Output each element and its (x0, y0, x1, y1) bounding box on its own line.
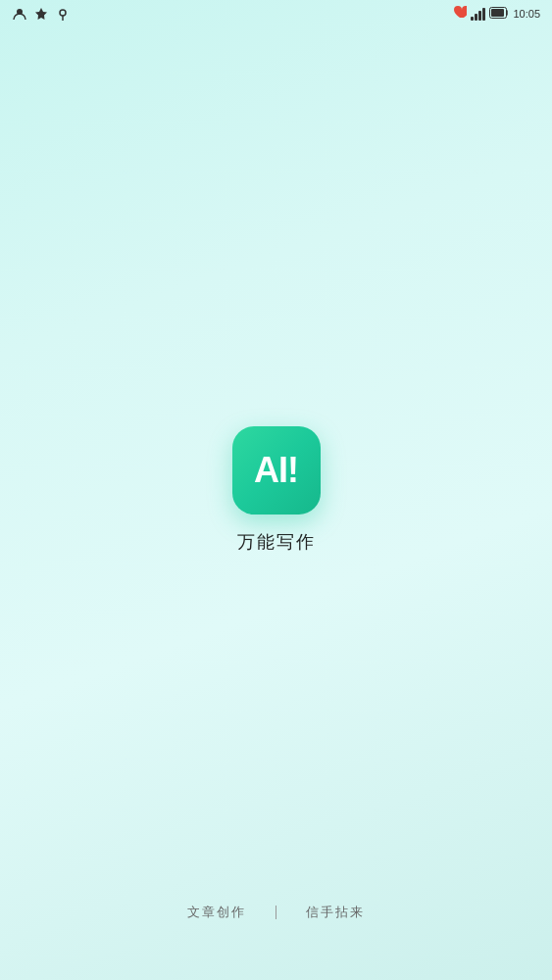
signal-bars (471, 7, 485, 21)
app-name: 万能写作 (237, 530, 316, 554)
time-display: 10:05 (513, 8, 540, 20)
heart-icon (453, 6, 467, 22)
status-bar: 10:05 (0, 0, 552, 27)
status-bar-right: 10:05 (453, 6, 540, 22)
location-icon (55, 6, 71, 22)
tagline-item-1: 文章创作 (187, 904, 246, 921)
svg-point-2 (60, 10, 66, 16)
svg-marker-1 (35, 8, 47, 20)
status-bar-left (12, 6, 71, 22)
bottom-tagline: 文章创作 信手拈来 (0, 904, 552, 921)
main-content: AI! 万能写作 (232, 426, 321, 554)
user-icon (12, 6, 27, 22)
tagline-divider (276, 906, 276, 919)
svg-rect-4 (491, 9, 504, 17)
tagline-item-2: 信手拈来 (306, 904, 365, 921)
app-icon[interactable]: AI! (232, 426, 321, 514)
app-icon-label: AI! (254, 453, 298, 488)
notification-icon (33, 6, 49, 22)
battery-icon (489, 7, 509, 21)
